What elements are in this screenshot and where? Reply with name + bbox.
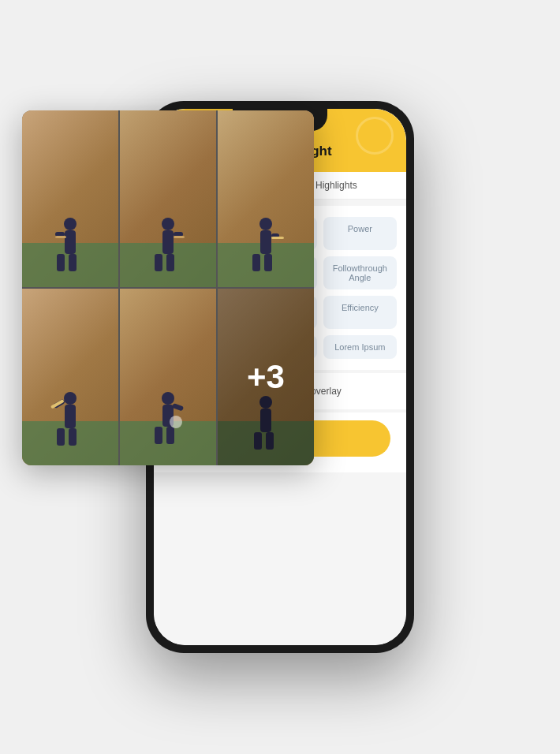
svg-rect-10	[166, 254, 174, 271]
svg-rect-28	[166, 427, 174, 444]
tag-item-1-2[interactable]: Followthrough Angle	[323, 256, 397, 289]
scene: +3 ‹ Create Highlight You	[0, 0, 560, 754]
svg-point-18	[64, 392, 77, 405]
collage-cell-4	[22, 289, 118, 465]
svg-rect-22	[69, 428, 77, 446]
svg-point-29	[170, 416, 182, 428]
collage-cell-3	[218, 110, 314, 287]
svg-rect-5	[55, 236, 66, 238]
svg-point-12	[259, 218, 272, 230]
tag-item-0-2[interactable]: Power	[323, 217, 397, 250]
svg-rect-16	[264, 254, 272, 271]
collage-cell-2	[120, 110, 216, 287]
svg-rect-26	[172, 403, 184, 411]
plus-overlay: +3	[218, 289, 314, 465]
svg-point-24	[162, 392, 174, 405]
svg-rect-3	[57, 254, 65, 271]
svg-rect-11	[174, 236, 185, 238]
svg-rect-17	[271, 237, 284, 239]
collage-grid: +3	[22, 110, 314, 465]
svg-rect-7	[162, 230, 174, 254]
cricket-ball-watermark	[356, 117, 394, 155]
svg-rect-21	[57, 428, 65, 446]
tag-item-2-2[interactable]: Efficiency	[323, 296, 397, 329]
svg-rect-13	[260, 230, 271, 254]
svg-rect-15	[252, 254, 260, 271]
tag-item-3-2[interactable]: Lorem Ipsum	[323, 335, 397, 359]
svg-rect-9	[155, 254, 162, 271]
svg-rect-19	[65, 405, 76, 428]
collage-cell-6: +3	[218, 289, 314, 465]
svg-rect-4	[69, 254, 77, 271]
svg-rect-27	[155, 427, 162, 444]
collage-cell-1	[22, 110, 118, 287]
collage-cell-5	[120, 289, 216, 465]
plus-count-label: +3	[247, 358, 285, 396]
svg-rect-1	[65, 230, 76, 254]
svg-point-6	[162, 218, 174, 230]
collage-overlay: +3	[22, 110, 314, 465]
svg-point-0	[64, 218, 77, 230]
